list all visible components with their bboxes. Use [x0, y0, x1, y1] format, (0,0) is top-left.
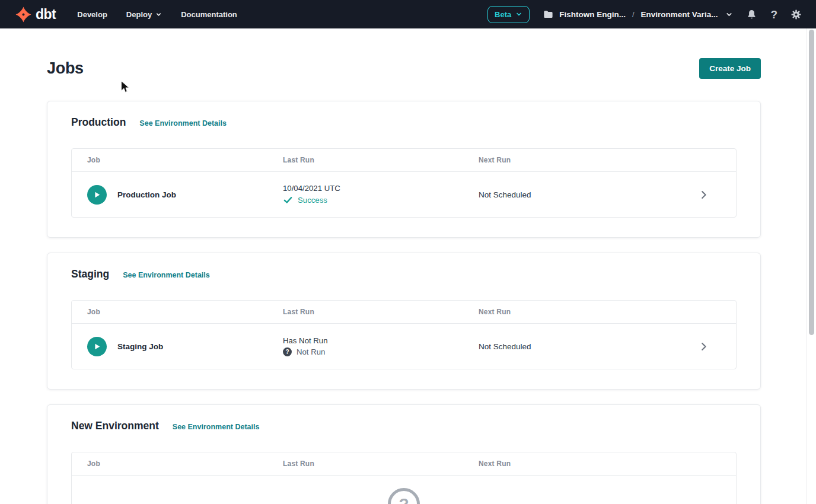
chevron-right-icon [698, 341, 709, 352]
nav-item-develop-label: Develop [77, 10, 107, 19]
top-navigation: dbt Develop Deploy Documentation Beta [0, 0, 816, 28]
bell-icon [746, 9, 757, 20]
nav-left: dbt Develop Deploy Documentation [15, 7, 237, 23]
question-circle-icon: ? [283, 347, 292, 356]
nav-item-documentation-label: Documentation [181, 10, 237, 19]
job-cell: Production Job [72, 185, 283, 205]
environment-header: Staging See Environment Details [71, 268, 737, 280]
chevron-right-icon [698, 189, 709, 200]
table-header-row: Job Last Run Next Run [72, 149, 736, 172]
job-name: Staging Job [117, 342, 163, 351]
column-header-job: Job [72, 156, 283, 164]
chevron-down-icon [725, 11, 733, 18]
beta-label: Beta [495, 10, 511, 19]
notifications-button[interactable] [746, 9, 757, 20]
run-job-button[interactable] [87, 185, 107, 205]
last-run-status: Success [283, 195, 479, 205]
last-run-date: Has Not Run [283, 336, 479, 345]
dbt-logo-icon [15, 7, 31, 23]
jobs-table: Job Last Run Next Run Production Job 10/… [71, 148, 737, 218]
environment-card-staging: Staging See Environment Details Job Last… [47, 253, 761, 390]
next-run-cell: Not Scheduled [479, 190, 698, 199]
main-menu: Develop Deploy Documentation [77, 10, 237, 19]
row-chevron[interactable] [698, 189, 736, 200]
table-header-row: Job Last Run Next Run [72, 301, 736, 324]
last-run-cell: Has Not Run ? Not Run [283, 336, 479, 356]
status-label: Not Run [297, 347, 325, 356]
environment-name: Staging [71, 268, 109, 280]
environment-name: New Environment [71, 420, 159, 432]
column-header-next-run: Next Run [479, 460, 698, 468]
see-environment-details-link[interactable]: See Environment Details [123, 271, 210, 279]
nav-item-documentation[interactable]: Documentation [181, 10, 237, 19]
folder-icon [543, 9, 554, 20]
column-header-last-run: Last Run [283, 308, 479, 316]
see-environment-details-link[interactable]: See Environment Details [173, 423, 260, 431]
page-header: Jobs Create Job [47, 58, 761, 79]
environment-header: Production See Environment Details [71, 116, 737, 129]
environment-card-production: Production See Environment Details Job L… [47, 101, 761, 238]
jobs-table: Job Last Run Next Run ? [71, 452, 737, 504]
play-icon [93, 190, 101, 199]
column-header-last-run: Last Run [283, 156, 479, 164]
scrollbar-track[interactable] [807, 28, 816, 504]
job-row-production[interactable]: Production Job 10/04/2021 UTC Success No… [72, 172, 736, 217]
column-header-next-run: Next Run [479, 308, 698, 316]
check-icon [283, 195, 293, 205]
beta-dropdown[interactable]: Beta [487, 6, 530, 23]
breadcrumb-account[interactable]: Fishtown Engin... [559, 10, 626, 19]
column-header-last-run: Last Run [283, 460, 479, 468]
job-row-staging[interactable]: Staging Job Has Not Run ? Not Run Not Sc… [72, 324, 736, 369]
job-cell: Staging Job [72, 337, 283, 356]
gear-icon [791, 9, 802, 20]
nav-right: Beta Fishtown Engin... / Environment Var… [487, 6, 802, 23]
breadcrumb-current[interactable]: Environment Varia... [641, 10, 718, 19]
help-icon: ? [770, 9, 777, 20]
last-run-cell: 10/04/2021 UTC Success [283, 184, 479, 205]
column-header-next-run: Next Run [479, 156, 698, 164]
environment-card-new-environment: New Environment See Environment Details … [47, 404, 761, 504]
last-run-status: ? Not Run [283, 347, 479, 356]
breadcrumb-separator: / [632, 10, 635, 19]
settings-button[interactable] [791, 9, 802, 20]
dbt-logo[interactable]: dbt [15, 7, 56, 23]
job-name: Production Job [117, 190, 176, 199]
run-job-button[interactable] [87, 337, 107, 356]
next-run-cell: Not Scheduled [479, 342, 698, 351]
play-icon [93, 342, 101, 351]
nav-item-deploy[interactable]: Deploy [126, 10, 162, 19]
question-glyph: ? [399, 496, 409, 504]
chevron-down-icon [515, 11, 522, 18]
empty-jobs-state: ? [72, 476, 736, 504]
create-job-button[interactable]: Create Job [699, 58, 761, 79]
column-header-job: Job [72, 308, 283, 316]
table-header-row: Job Last Run Next Run [72, 452, 736, 476]
help-button[interactable]: ? [770, 9, 777, 20]
environment-name: Production [71, 116, 126, 129]
column-header-job: Job [72, 460, 283, 468]
see-environment-details-link[interactable]: See Environment Details [139, 119, 227, 127]
status-label: Success [298, 196, 327, 205]
question-circle-outline-icon: ? [388, 488, 420, 504]
scrollbar-thumb[interactable] [809, 30, 814, 335]
page-title: Jobs [47, 59, 84, 78]
chevron-down-icon [155, 11, 162, 18]
jobs-table: Job Last Run Next Run Staging Job Has No… [71, 300, 737, 369]
environment-header: New Environment See Environment Details [71, 420, 737, 432]
nav-item-develop[interactable]: Develop [77, 10, 107, 19]
main-content: Jobs Create Job Production See Environme… [47, 28, 761, 504]
dbt-logo-text: dbt [36, 7, 56, 23]
row-chevron[interactable] [698, 341, 736, 352]
last-run-date: 10/04/2021 UTC [283, 184, 479, 193]
breadcrumb[interactable]: Fishtown Engin... / Environment Varia... [543, 9, 733, 20]
nav-item-deploy-label: Deploy [126, 10, 152, 19]
